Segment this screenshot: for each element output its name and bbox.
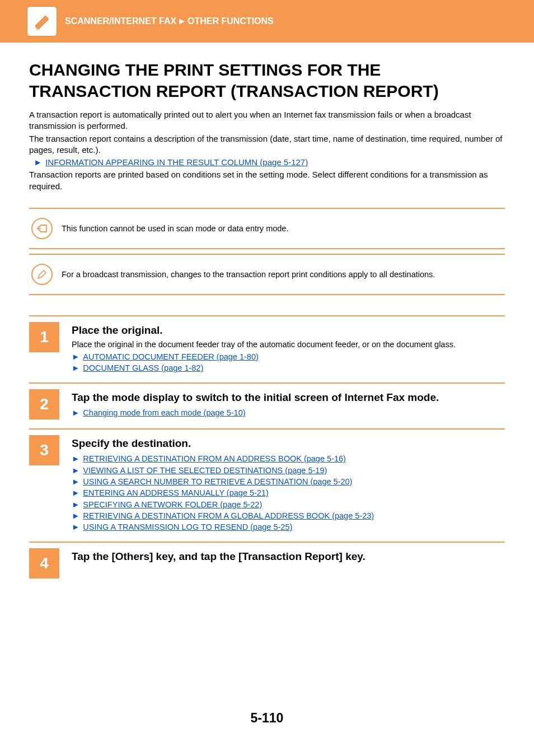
list-item: ►DOCUMENT GLASS (page 1-82) bbox=[72, 362, 505, 374]
scanner-icon bbox=[27, 6, 57, 36]
step-title-2: Tap the mode display to switch to the in… bbox=[72, 391, 505, 404]
intro-p1: A transaction report is automatically pr… bbox=[29, 109, 505, 132]
pencil-icon bbox=[31, 264, 53, 285]
step-title-4: Tap the [Others] key, and tap the [Trans… bbox=[72, 550, 505, 563]
list-item: ►SPECIFYING A NETWORK FOLDER (page 5-22) bbox=[72, 499, 505, 510]
note-row-prohibit: This function cannot be used in scan mod… bbox=[29, 208, 505, 249]
arrow-icon: ► bbox=[72, 466, 79, 475]
arrow-icon: ► bbox=[72, 511, 79, 520]
arrow-icon: ► bbox=[72, 408, 79, 417]
page-title: CHANGING THE PRINT SETTINGS FOR THE TRAN… bbox=[29, 59, 505, 101]
svg-marker-0 bbox=[35, 16, 49, 29]
arrow-icon: ► bbox=[72, 454, 79, 463]
step-desc-1: Place the original in the document feede… bbox=[72, 340, 505, 349]
note-text-2: For a broadcast transmission, changes to… bbox=[62, 270, 435, 279]
step-3: 3 Specify the destination. ►RETRIEVING A… bbox=[29, 428, 505, 542]
step-number-1: 1 bbox=[29, 322, 59, 352]
intro-p2: The transaction report contains a descri… bbox=[29, 133, 505, 156]
list-item: ►ENTERING AN ADDRESS MANUALLY (page 5-21… bbox=[72, 487, 505, 498]
arrow-icon: ► bbox=[72, 477, 79, 486]
step-body-2: Tap the mode display to switch to the in… bbox=[72, 389, 505, 419]
breadcrumb-separator: ► bbox=[177, 16, 186, 26]
step-1: 1 Place the original. Place the original… bbox=[29, 315, 505, 383]
arrow-icon: ► bbox=[72, 500, 79, 509]
breadcrumb-item-1: SCANNER/INTERNET FAX bbox=[65, 16, 176, 26]
page-content: CHANGING THE PRINT SETTINGS FOR THE TRAN… bbox=[0, 43, 534, 748]
intro-block: A transaction report is automatically pr… bbox=[29, 109, 505, 192]
list-item: ►VIEWING A LIST OF THE SELECTED DESTINAT… bbox=[72, 465, 505, 476]
intro-link-line: ►INFORMATION APPEARING IN THE RESULT COL… bbox=[29, 157, 505, 168]
note-text-1: This function cannot be used in scan mod… bbox=[62, 224, 288, 233]
list-item: ►USING A TRANSMISSION LOG TO RESEND (pag… bbox=[72, 521, 505, 533]
arrow-icon: ► bbox=[72, 352, 79, 361]
breadcrumb: SCANNER/INTERNET FAX►OTHER FUNCTIONS bbox=[65, 16, 274, 26]
list-item: ►Changing mode from each mode (page 5-10… bbox=[72, 407, 505, 418]
list-item: ►RETRIEVING A DESTINATION FROM A GLOBAL … bbox=[72, 510, 505, 521]
step-links-1: ►AUTOMATIC DOCUMENT FEEDER (page 1-80) ►… bbox=[72, 351, 505, 374]
page-number: 5-110 bbox=[29, 711, 505, 726]
link-changing-mode[interactable]: Changing mode from each mode (page 5-10) bbox=[83, 408, 245, 417]
page-header: SCANNER/INTERNET FAX►OTHER FUNCTIONS bbox=[0, 0, 534, 43]
step-body-1: Place the original. Place the original i… bbox=[72, 322, 505, 374]
step-number-2: 2 bbox=[29, 389, 59, 419]
link-global-address[interactable]: RETRIEVING A DESTINATION FROM A GLOBAL A… bbox=[83, 511, 374, 520]
step-links-3: ►RETRIEVING A DESTINATION FROM AN ADDRES… bbox=[72, 453, 505, 533]
link-address-book[interactable]: RETRIEVING A DESTINATION FROM AN ADDRESS… bbox=[83, 454, 346, 463]
link-document-glass[interactable]: DOCUMENT GLASS (page 1-82) bbox=[83, 363, 203, 372]
note-row-info: For a broadcast transmission, changes to… bbox=[29, 254, 505, 295]
list-item: ►USING A SEARCH NUMBER TO RETRIEVE A DES… bbox=[72, 476, 505, 487]
link-adf[interactable]: AUTOMATIC DOCUMENT FEEDER (page 1-80) bbox=[83, 352, 258, 361]
step-title-3: Specify the destination. bbox=[72, 437, 505, 450]
list-item: ►AUTOMATIC DOCUMENT FEEDER (page 1-80) bbox=[72, 351, 505, 362]
step-body-3: Specify the destination. ►RETRIEVING A D… bbox=[72, 435, 505, 533]
arrow-icon: ► bbox=[72, 522, 79, 531]
list-item: ►RETRIEVING A DESTINATION FROM AN ADDRES… bbox=[72, 453, 505, 464]
link-manual-address[interactable]: ENTERING AN ADDRESS MANUALLY (page 5-21) bbox=[83, 488, 268, 497]
link-search-number[interactable]: USING A SEARCH NUMBER TO RETRIEVE A DEST… bbox=[83, 477, 352, 486]
link-network-folder[interactable]: SPECIFYING A NETWORK FOLDER (page 5-22) bbox=[83, 500, 262, 509]
intro-p3: Transaction reports are printed based on… bbox=[29, 169, 505, 192]
step-links-2: ►Changing mode from each mode (page 5-10… bbox=[72, 407, 505, 418]
step-4: 4 Tap the [Others] key, and tap the [Tra… bbox=[29, 542, 505, 587]
step-title-1: Place the original. bbox=[72, 324, 505, 337]
link-transmission-log[interactable]: USING A TRANSMISSION LOG TO RESEND (page… bbox=[83, 522, 292, 531]
link-selected-destinations[interactable]: VIEWING A LIST OF THE SELECTED DESTINATI… bbox=[83, 466, 327, 475]
prohibit-icon bbox=[31, 218, 53, 239]
step-2: 2 Tap the mode display to switch to the … bbox=[29, 382, 505, 428]
step-number-4: 4 bbox=[29, 548, 59, 578]
arrow-icon: ► bbox=[34, 157, 42, 167]
arrow-icon: ► bbox=[72, 488, 79, 497]
step-body-4: Tap the [Others] key, and tap the [Trans… bbox=[72, 548, 505, 578]
breadcrumb-item-2: OTHER FUNCTIONS bbox=[188, 16, 274, 26]
notes-block: This function cannot be used in scan mod… bbox=[29, 208, 505, 295]
steps-list: 1 Place the original. Place the original… bbox=[29, 315, 505, 588]
arrow-icon: ► bbox=[72, 363, 79, 372]
step-number-3: 3 bbox=[29, 435, 59, 465]
link-result-column[interactable]: INFORMATION APPEARING IN THE RESULT COLU… bbox=[45, 157, 308, 167]
